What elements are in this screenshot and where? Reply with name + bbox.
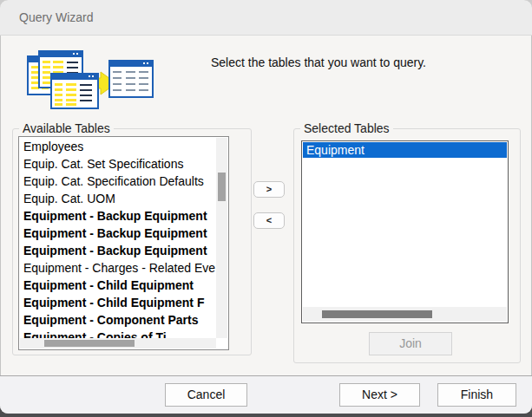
remove-table-button[interactable]: < <box>253 212 285 229</box>
next-button[interactable]: Next > <box>339 383 420 407</box>
window-title: Query Wizard <box>19 0 94 35</box>
available-tables-group: Available Tables EmployeesEquip. Cat. Se… <box>12 128 252 355</box>
available-vertical-scrollbar[interactable] <box>216 138 227 338</box>
list-item[interactable]: Equipment - Backup Equipment <box>20 242 218 259</box>
available-tables-label: Available Tables <box>19 121 114 135</box>
dialog-footer: Cancel Next > Finish <box>0 375 532 414</box>
list-item[interactable]: Equipment - Backup Equipment <box>20 225 218 242</box>
available-horizontal-scrollbar[interactable] <box>20 338 216 349</box>
list-item[interactable]: Equipment - Backup Equipment <box>20 207 218 225</box>
list-item[interactable]: Equipment - Child Equipment <box>20 277 218 294</box>
list-item[interactable]: Equip. Cat. Set Specifications <box>20 155 218 173</box>
list-item[interactable]: Equip. Cat. Specification Defaults <box>20 173 218 190</box>
add-table-button[interactable]: > <box>253 181 285 198</box>
selected-horizontal-scrollbar[interactable] <box>303 307 507 322</box>
title-bar: Query Wizard <box>0 0 532 36</box>
query-wizard-dialog: Query Wizard <box>0 0 532 414</box>
tables-query-graphic-icon <box>24 50 154 111</box>
list-item[interactable]: Employees <box>20 138 218 155</box>
selected-tables-group: Selected Tables Equipment Join <box>293 128 521 363</box>
available-tables-listbox[interactable]: EmployeesEquip. Cat. Set SpecificationsE… <box>18 136 229 350</box>
list-item[interactable]: Equipment - Child Equipment F <box>20 294 218 311</box>
list-item[interactable]: Equip. Cat. UOM <box>20 190 218 207</box>
finish-button[interactable]: Finish <box>437 383 516 407</box>
join-button[interactable]: Join <box>369 332 452 355</box>
list-item[interactable]: Equipment <box>303 142 507 158</box>
selected-tables-listbox[interactable]: Equipment <box>301 140 509 323</box>
selected-tables-label: Selected Tables <box>300 121 393 135</box>
list-item[interactable]: Equipment - Charges - Related Eve <box>20 259 218 277</box>
available-vertical-scroll-thumb[interactable] <box>218 173 226 201</box>
instruction-text: Select the tables that you want to query… <box>211 55 426 69</box>
selected-horizontal-scroll-thumb[interactable] <box>322 310 432 318</box>
available-tables-rows: EmployeesEquip. Cat. Set SpecificationsE… <box>20 138 218 340</box>
cancel-button[interactable]: Cancel <box>165 383 247 407</box>
list-item[interactable]: Equipment - Component Parts <box>20 311 218 329</box>
selected-tables-rows: Equipment <box>303 142 507 307</box>
available-horizontal-scroll-thumb[interactable] <box>44 340 135 347</box>
